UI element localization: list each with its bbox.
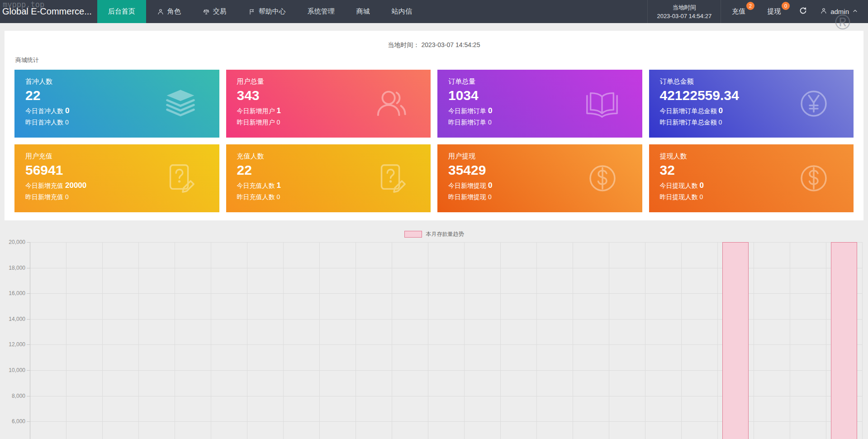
menu-item-label: 后台首页 [108,7,135,16]
menu-item-label: 系统管理 [308,7,335,16]
refresh-icon [799,6,807,17]
y-tick [27,370,30,371]
recharge-badge: 2 [746,2,754,10]
recharge-button[interactable]: 充值 2 [726,0,752,23]
x-gridline [573,242,573,439]
main-menu: 后台首页角色交易帮助中心系统管理商城站内信 [97,0,423,23]
chevron-up-icon [852,8,858,15]
y-tick [27,242,30,243]
x-gridline [428,242,428,439]
menu-item-trade[interactable]: 交易 [192,0,237,23]
x-gridline [247,242,247,439]
local-time-block: 当地时间 2023-03-07 14:54:27 [647,0,721,23]
y-axis-line [30,242,30,439]
scales-icon [203,8,210,15]
y-tick [27,319,30,320]
x-gridline [319,242,320,439]
y-tick [27,293,30,294]
recharge-label: 充值 [732,7,745,16]
deposit-bar [722,242,749,439]
y-tick-label: 6,000 [2,418,25,425]
x-gridline [102,242,103,439]
flag-icon [248,8,256,15]
withdraw-button[interactable]: 提现 0 [761,0,787,23]
menu-item-label: 商城 [356,7,370,16]
y-tick-label: 20,000 [2,239,25,245]
x-gridline [211,242,211,439]
person-icon [157,8,164,15]
local-time-label: 当地时间 [657,3,711,12]
x-gridline [717,242,718,439]
menu-item-label: 角色 [167,7,181,16]
y-tick [27,421,30,422]
x-gridline [609,242,609,439]
y-tick-label: 10,000 [2,367,25,373]
y-tick [27,268,30,268]
y-tick-label: 16,000 [2,290,25,296]
brand-title: Global E-Commerce... [0,0,97,23]
menu-item-label: 交易 [213,7,227,16]
x-gridline [356,242,356,439]
y-tick [27,344,30,345]
chart-legend[interactable]: 本月存款量趋势 [0,230,868,238]
menu-item-messages[interactable]: 站内信 [381,0,423,23]
refresh-button[interactable] [792,0,815,23]
menu-item-home[interactable]: 后台首页 [97,0,146,23]
local-time-value: 2023-03-07 14:54:27 [657,12,711,20]
legend-swatch [404,231,422,238]
menu-item-label: 帮助中心 [259,7,286,16]
menu-item-mall[interactable]: 商城 [346,0,381,23]
x-gridline [175,242,175,439]
top-navbar: Global E-Commerce... 后台首页角色交易帮助中心系统管理商城站… [0,0,868,23]
legend-label: 本月存款量趋势 [426,230,464,238]
x-gridline [500,242,501,439]
x-gridline [283,242,284,439]
x-gridline [392,242,392,439]
y-tick-label: 12,000 [2,341,25,348]
x-gridline [138,242,139,439]
x-gridline [790,242,790,439]
x-gridline [464,242,465,439]
y-tick-label: 18,000 [2,265,25,271]
person-icon [820,7,827,16]
x-gridline [681,242,682,439]
y-tick [27,396,30,396]
menu-item-roles[interactable]: 角色 [146,0,192,23]
user-menu[interactable]: admin [815,0,868,23]
menu-item-help-center[interactable]: 帮助中心 [237,0,297,23]
withdraw-label: 提现 [767,7,781,16]
x-gridline [536,242,537,439]
deposit-trend-chart: 20,00018,00016,00014,00012,00010,0008,00… [0,0,868,439]
withdraw-badge: 0 [782,2,790,10]
deposit-bar [831,242,857,439]
y-tick-label: 14,000 [2,316,25,322]
x-gridline [66,242,66,439]
x-gridline [754,242,754,439]
x-gridline [645,242,645,439]
menu-item-system[interactable]: 系统管理 [297,0,346,23]
navbar-right: 当地时间 2023-03-07 14:54:27 充值 2 提现 0 admin [647,0,868,23]
y-tick-label: 8,000 [2,393,25,399]
x-gridline [826,242,826,439]
menu-item-label: 站内信 [392,7,412,16]
x-gridline [862,242,863,439]
username: admin [830,8,849,15]
